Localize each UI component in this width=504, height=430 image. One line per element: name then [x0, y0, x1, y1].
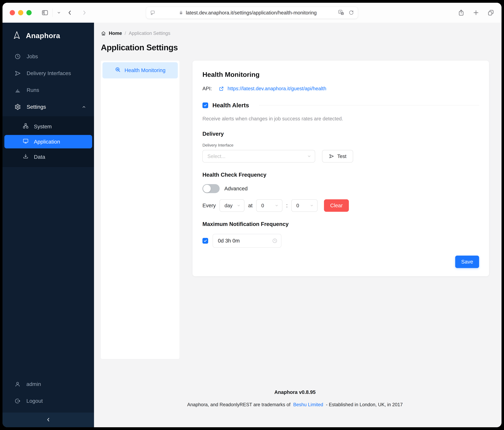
system-cluster-icon — [23, 123, 29, 130]
beshu-limited-link[interactable]: Beshu Limited — [293, 402, 323, 407]
test-button[interactable]: Test — [322, 150, 353, 162]
user-icon — [14, 381, 21, 387]
lock-icon — [179, 10, 183, 15]
monitor-search-icon — [115, 67, 121, 74]
settings-tab-panel: Health Monitoring — [101, 61, 180, 359]
sidebar-item-label: Application — [34, 139, 60, 145]
clear-button[interactable]: Clear — [324, 199, 349, 212]
sidebar-item-runs[interactable]: Runs — [2, 82, 94, 99]
address-bar[interactable]: latest.dev.anaphora.it/settings/applicat… — [146, 7, 358, 19]
logout-icon — [14, 398, 21, 404]
send-icon — [329, 154, 334, 159]
svg-text:a: a — [342, 12, 343, 15]
sidebar: Anaphora Jobs Delivery Interfaces — [2, 23, 94, 427]
sidebar-user-label: admin — [27, 381, 41, 387]
translate-icon[interactable]: Aa — [338, 9, 344, 16]
health-monitoring-card: Health Monitoring API: https://latest.de… — [192, 61, 489, 276]
main-content: Home / Application Settings Application … — [94, 23, 502, 427]
page-title: Application Settings — [101, 43, 489, 52]
close-window-button[interactable] — [10, 10, 15, 15]
sidebar-item-system[interactable]: System — [2, 119, 94, 134]
app-version: Anaphora v0.8.95 — [101, 389, 489, 395]
tab-overview-icon[interactable] — [487, 9, 494, 16]
minimize-window-button[interactable] — [18, 10, 23, 15]
sidebar-item-settings[interactable]: Settings — [2, 99, 94, 115]
sidebar-item-label: Data — [34, 154, 45, 160]
svg-text:A: A — [340, 11, 341, 13]
every-label: Every — [202, 203, 216, 208]
reload-icon[interactable] — [348, 9, 354, 16]
chevron-down-icon — [237, 204, 241, 207]
sidebar-toggle-icon[interactable] — [41, 9, 49, 16]
notification-section-title: Maximum Notification Frequency — [202, 221, 479, 227]
share-icon[interactable] — [458, 9, 465, 16]
sidebar-chevron-down-icon[interactable] — [57, 11, 61, 15]
duration-field[interactable] — [213, 234, 281, 248]
api-label: API: — [202, 86, 212, 91]
browser-toolbar: latest.dev.anaphora.it/settings/applicat… — [2, 3, 502, 23]
frequency-section-title: Health Check Frequency — [202, 172, 479, 178]
delivery-interface-select[interactable]: Select... — [202, 150, 315, 162]
download-icon — [23, 153, 29, 161]
chevron-down-icon — [310, 204, 314, 207]
monitor-icon — [23, 138, 29, 145]
chevron-up-icon — [81, 105, 86, 109]
breadcrumb-separator: / — [125, 31, 126, 36]
frequency-unit-select[interactable]: day — [219, 199, 244, 212]
sidebar-item-label: Settings — [27, 104, 46, 110]
sidebar-item-admin[interactable]: admin — [2, 376, 94, 393]
delivery-section-title: Delivery — [202, 131, 479, 137]
forward-button[interactable] — [81, 9, 88, 16]
trademark-text-before: Anaphora, and ReadonlyREST are trademark… — [187, 402, 290, 407]
sidebar-item-delivery-interfaces[interactable]: Delivery Interfaces — [2, 65, 94, 82]
advanced-toggle[interactable] — [202, 184, 220, 193]
tab-health-monitoring[interactable]: Health Monitoring — [102, 62, 178, 78]
back-button[interactable] — [66, 9, 73, 16]
anaphora-logo-icon — [12, 31, 21, 40]
chevron-down-icon — [307, 154, 311, 159]
frequency-hour-value: 0 — [261, 203, 272, 208]
page-layout-icon[interactable] — [150, 10, 155, 15]
sidebar-item-application[interactable]: Application — [4, 135, 92, 148]
save-button[interactable]: Save — [455, 256, 479, 268]
frequency-minute-select[interactable]: 0 — [291, 199, 317, 212]
sidebar-item-logout[interactable]: Logout — [2, 393, 94, 409]
section-divider — [259, 105, 479, 106]
health-alerts-checkbox[interactable] — [202, 102, 208, 108]
clock-icon — [272, 238, 278, 244]
zoom-window-button[interactable] — [27, 10, 32, 15]
sidebar-collapse-button[interactable] — [2, 412, 94, 427]
trademark-text-after: - Established in London, UK, in 2017 — [326, 402, 403, 407]
notification-frequency-checkbox[interactable] — [202, 238, 208, 244]
api-url-link[interactable]: https://latest.dev.anaphora.it/guest/api… — [228, 86, 326, 91]
page-footer: Anaphora v0.8.95 Anaphora, and ReadonlyR… — [101, 389, 489, 407]
delivery-interface-label: Delivery Interface — [202, 143, 479, 148]
toolbar-divider — [52, 9, 53, 17]
brand-name: Anaphora — [26, 31, 60, 40]
colon-separator: : — [286, 203, 288, 208]
select-placeholder: Select... — [207, 153, 305, 159]
sidebar-item-jobs[interactable]: Jobs — [2, 48, 94, 65]
sidebar-item-data[interactable]: Data — [2, 149, 94, 164]
send-icon — [14, 70, 21, 77]
settings-submenu: System Application Data — [2, 116, 94, 167]
clock-icon — [14, 53, 21, 60]
sidebar-item-label: Delivery Interfaces — [27, 70, 71, 76]
traffic-lights — [10, 10, 32, 15]
breadcrumb: Home / Application Settings — [101, 31, 489, 36]
bar-chart-icon — [14, 87, 21, 93]
at-label: at — [248, 203, 252, 208]
health-alerts-title: Health Alerts — [212, 102, 249, 109]
frequency-hour-select[interactable]: 0 — [256, 199, 282, 212]
duration-input[interactable] — [218, 238, 272, 244]
health-alerts-description: Receive alerts when changes in job succe… — [202, 116, 479, 122]
breadcrumb-home-link[interactable]: Home — [109, 31, 122, 36]
brand[interactable]: Anaphora — [12, 31, 94, 40]
card-title: Health Monitoring — [202, 71, 479, 78]
gear-icon — [14, 104, 21, 110]
toggle-knob — [203, 185, 211, 192]
tab-label: Health Monitoring — [125, 67, 165, 73]
new-tab-icon[interactable] — [473, 9, 479, 16]
external-link-icon — [219, 86, 224, 91]
breadcrumb-current: Application Settings — [129, 31, 170, 36]
